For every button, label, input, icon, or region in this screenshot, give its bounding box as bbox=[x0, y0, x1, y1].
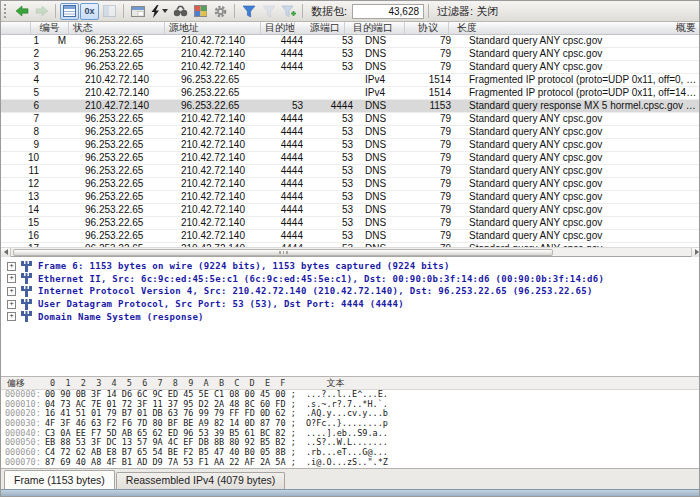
cell-summary: Standard query response MX 5 hormel.cpsc… bbox=[461, 100, 700, 112]
expand-plus-icon[interactable]: + bbox=[7, 300, 16, 309]
scrollbar-thumb[interactable] bbox=[13, 249, 553, 256]
hex-digit: 6 bbox=[137, 378, 152, 388]
filter-remove-icon bbox=[262, 5, 276, 18]
tree-node[interactable]: + Internet Protocol Version 4, Src: 210.… bbox=[7, 285, 699, 298]
tree-node[interactable]: + Frame 6: 1153 bytes on wire (9224 bits… bbox=[7, 260, 699, 273]
decode-tab[interactable]: Frame (1153 bytes) bbox=[4, 470, 115, 489]
column-header[interactable]: 长度 bbox=[449, 22, 672, 34]
filter-add-button[interactable] bbox=[279, 3, 298, 20]
bottom-resize-strip[interactable] bbox=[1, 489, 699, 497]
back-button[interactable] bbox=[12, 3, 31, 20]
cell-length: 79 bbox=[417, 48, 461, 60]
table-row[interactable]: 10 96.253.22.65 210.42.72.140 4444 53 DN… bbox=[1, 152, 700, 165]
cell-status bbox=[43, 191, 81, 203]
cell-source-port: 4444 bbox=[273, 35, 307, 47]
find-button[interactable] bbox=[171, 3, 190, 20]
expand-plus-icon[interactable]: + bbox=[7, 287, 16, 296]
matrix-button[interactable] bbox=[191, 3, 210, 20]
table-row[interactable]: 7 96.253.22.65 210.42.72.140 4444 53 DNS… bbox=[1, 113, 700, 126]
hex-digit: 0 bbox=[45, 378, 60, 388]
hex-view-toggle[interactable]: 0x bbox=[80, 3, 99, 20]
cell-status bbox=[43, 204, 81, 216]
tree-node[interactable]: + Domain Name System (response) bbox=[7, 310, 699, 323]
expand-plus-icon[interactable]: + bbox=[7, 262, 16, 271]
column-header[interactable]: 概要 bbox=[672, 22, 700, 34]
cell-dest-address: 210.42.72.140 bbox=[177, 230, 273, 242]
cell-dest-port: 53 bbox=[307, 152, 357, 164]
table-row[interactable]: 13 96.253.22.65 210.42.72.140 4444 53 DN… bbox=[1, 191, 700, 204]
table-row[interactable]: 8 96.253.22.65 210.42.72.140 4444 53 DNS… bbox=[1, 126, 700, 139]
table-row[interactable]: 5 210.42.72.140 96.253.22.65 IPv4 1514 F… bbox=[1, 87, 700, 100]
cell-source-address: 96.253.22.65 bbox=[81, 48, 177, 60]
row-gutter bbox=[1, 204, 13, 216]
scroll-left-button[interactable] bbox=[1, 248, 11, 257]
table-row[interactable]: 14 96.253.22.65 210.42.72.140 4444 53 DN… bbox=[1, 204, 700, 217]
column-header[interactable]: 源地址 bbox=[165, 22, 261, 34]
table-row[interactable]: 11 96.253.22.65 210.42.72.140 4444 53 DN… bbox=[1, 165, 700, 178]
packet-list-toggle[interactable] bbox=[60, 3, 79, 20]
cell-number: 15 bbox=[13, 217, 43, 229]
expand-plus-icon[interactable]: + bbox=[7, 312, 16, 321]
column-header[interactable]: 目的端口 bbox=[345, 22, 405, 34]
scroll-right-button[interactable] bbox=[691, 248, 700, 257]
tree-node[interactable]: + Ethernet II, Src: 6c:9c:ed:45:5e:c1 (6… bbox=[7, 273, 699, 286]
column-header[interactable]: 协议 bbox=[405, 22, 449, 34]
table-row[interactable]: 15 96.253.22.65 210.42.72.140 4444 53 DN… bbox=[1, 217, 700, 230]
filter-status-label: 过滤器: 关闭 bbox=[433, 4, 502, 19]
column-header[interactable]: 目的地址 bbox=[261, 22, 295, 34]
cell-number: 7 bbox=[13, 113, 43, 125]
toolbar-separator bbox=[123, 4, 124, 18]
scrollbar-track[interactable] bbox=[11, 248, 691, 257]
cell-dest-port: 53 bbox=[307, 165, 357, 177]
cell-protocol: IPv4 bbox=[357, 74, 417, 86]
table-row[interactable]: 17 96.253.22.65 210.42.72.140 4444 53 DN… bbox=[1, 243, 700, 247]
filter-add-icon bbox=[281, 5, 296, 18]
hex-digit: C bbox=[229, 378, 244, 388]
table-row[interactable]: 4 210.42.72.140 96.253.22.65 IPv4 1514 F… bbox=[1, 74, 700, 87]
hex-digit: 7 bbox=[152, 378, 167, 388]
column-header[interactable] bbox=[1, 22, 31, 34]
cell-summary: Standard query ANY cpsc.gov bbox=[461, 126, 700, 138]
cell-status bbox=[43, 152, 81, 164]
cell-length: 79 bbox=[417, 35, 461, 47]
cell-source-address: 96.253.22.65 bbox=[81, 204, 177, 216]
tree-node-label: Domain Name System (response) bbox=[38, 311, 204, 323]
cell-summary: Standard query ANY cpsc.gov bbox=[461, 243, 700, 247]
table-row[interactable]: 12 96.253.22.65 210.42.72.140 4444 53 DN… bbox=[1, 178, 700, 191]
hex-digit: B bbox=[214, 378, 229, 388]
table-row[interactable]: 9 96.253.22.65 210.42.72.140 4444 53 DNS… bbox=[1, 139, 700, 152]
filter-icon bbox=[242, 5, 256, 18]
column-header[interactable]: 状态 bbox=[69, 22, 165, 34]
cell-protocol: DNS bbox=[357, 243, 417, 247]
decode-tab[interactable]: Reassembled IPv4 (4079 bytes) bbox=[116, 472, 285, 489]
cell-length: 1153 bbox=[417, 100, 461, 112]
column-header[interactable]: 编号 bbox=[31, 22, 69, 34]
table-row[interactable]: 16 96.253.22.65 210.42.72.140 4444 53 DN… bbox=[1, 230, 700, 243]
hex-row[interactable]: 000070: 87 69 40 A8 4F B1 AD D9 7A 53 F1… bbox=[1, 458, 699, 468]
table-row[interactable]: 2 96.253.22.65 210.42.72.140 4444 53 DNS… bbox=[1, 48, 700, 61]
horizontal-scrollbar[interactable] bbox=[1, 247, 700, 256]
window-panel-button[interactable] bbox=[128, 3, 147, 20]
expand-plus-icon[interactable]: + bbox=[7, 274, 16, 283]
row-gutter bbox=[1, 230, 13, 242]
tree-node[interactable]: + User Datagram Protocol, Src Port: 53 (… bbox=[7, 298, 699, 311]
table-row[interactable]: 3 96.253.22.65 210.42.72.140 4444 53 DNS… bbox=[1, 61, 700, 74]
cell-dest-address: 210.42.72.140 bbox=[177, 61, 273, 73]
cell-source-address: 96.253.22.65 bbox=[81, 178, 177, 190]
filter-button[interactable] bbox=[239, 3, 258, 20]
decode-view-toggle[interactable] bbox=[100, 3, 119, 20]
row-gutter bbox=[1, 191, 13, 203]
auto-analyze-button[interactable] bbox=[148, 3, 170, 20]
toolbar-grip[interactable] bbox=[4, 4, 8, 18]
table-row[interactable]: 1 M 96.253.22.65 210.42.72.140 4444 53 D… bbox=[1, 35, 700, 48]
lightning-icon bbox=[150, 5, 160, 18]
table-row[interactable]: 6 210.42.72.140 96.253.22.65 53 4444 DNS… bbox=[1, 100, 700, 113]
row-gutter bbox=[1, 74, 13, 86]
cell-length: 79 bbox=[417, 178, 461, 190]
tree-node-label: Internet Protocol Version 4, Src: 210.42… bbox=[38, 285, 593, 297]
column-header[interactable]: 源端口 bbox=[295, 22, 345, 34]
forward-button[interactable] bbox=[32, 3, 51, 20]
cell-source-port: 4444 bbox=[273, 165, 307, 177]
filter-remove-button[interactable] bbox=[259, 3, 278, 20]
settings-button[interactable] bbox=[211, 3, 230, 20]
